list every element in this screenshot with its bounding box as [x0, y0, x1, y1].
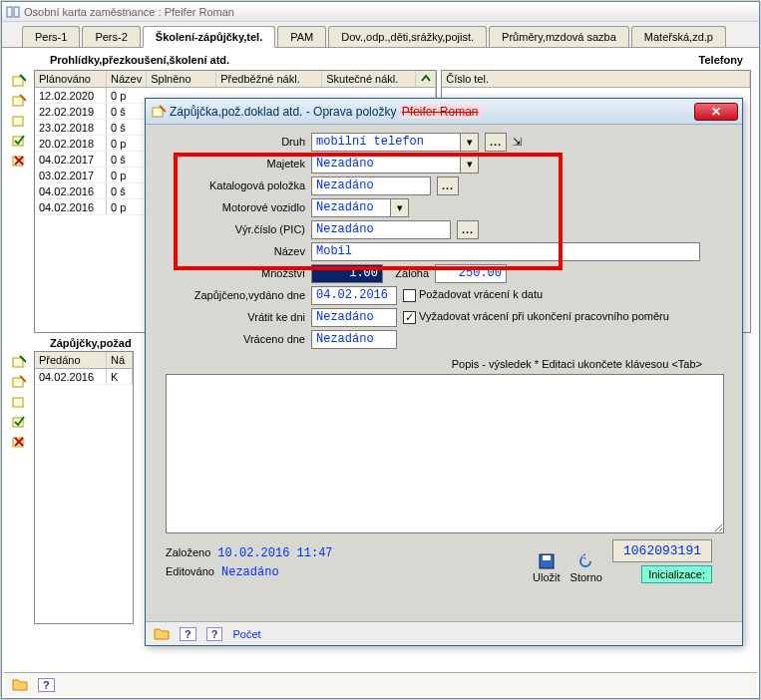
table-row[interactable]: 04.02.2016K	[35, 369, 133, 385]
tab-materska[interactable]: Mateřská,zd.p	[631, 26, 726, 47]
lookup-button[interactable]: ...	[457, 220, 479, 239]
label-editovano: Editováno	[166, 565, 214, 577]
katalog-input[interactable]	[311, 176, 431, 195]
main-titlebar: Osobní karta zaměstnance : Pfeifer Roman	[2, 2, 759, 22]
popis-textarea[interactable]	[166, 374, 724, 533]
col-planovano[interactable]: Plánováno	[35, 71, 107, 87]
label-majetek: Majetek	[156, 158, 305, 170]
col-predbezne[interactable]: Předběžné nákl.	[216, 71, 322, 87]
dialog-zapujcka: Zápůjčka,pož.doklad atd. - Oprava položk…	[145, 98, 743, 646]
pocet-label: Počet	[232, 628, 260, 640]
subheader-left: Prohlídky,přezkoušení,školení atd.	[50, 54, 229, 66]
delete-icon[interactable]	[10, 152, 28, 170]
label-zapujceno: Zapůjčeno,vydáno dne	[156, 289, 305, 301]
chevron-down-icon[interactable]: ▾	[461, 155, 479, 174]
vratit-input[interactable]	[311, 308, 397, 327]
label-mnozstvi: Množství	[156, 267, 305, 279]
main-statusbar: ?	[4, 672, 757, 696]
add-icon[interactable]	[10, 72, 28, 90]
col-nazev[interactable]: Název	[107, 71, 147, 87]
col-nazev2[interactable]: Ná	[107, 352, 133, 368]
label-vratit: Vrátit ke dni	[156, 311, 305, 323]
svg-rect-7	[13, 358, 23, 367]
desc-label: Popis - výsledek * Editaci ukončete kláv…	[156, 358, 722, 370]
svg-rect-8	[13, 378, 23, 387]
dialog-titlebar[interactable]: Zápůjčka,pož.doklad atd. - Oprava položk…	[146, 99, 742, 125]
tab-pam[interactable]: PAM	[277, 26, 326, 47]
chevron-down-icon[interactable]: ▾	[461, 133, 479, 152]
check-icon[interactable]	[10, 132, 28, 150]
folder-icon[interactable]	[12, 677, 28, 693]
lookup-button[interactable]: ...	[437, 176, 459, 195]
subheader-right: Telefony	[699, 54, 743, 66]
lookup-button[interactable]: ...	[485, 133, 507, 152]
col-cislo-tel[interactable]: Číslo tel.	[442, 71, 750, 87]
zapujceno-input[interactable]	[311, 286, 397, 305]
label-zalozeno: Založeno	[166, 546, 210, 558]
dialog-statusbar: ? ? Počet	[146, 621, 742, 645]
svg-rect-3	[13, 97, 23, 106]
grid2-toolbar	[10, 351, 30, 624]
poz-checkbox[interactable]	[403, 289, 416, 302]
nazev-input[interactable]	[311, 242, 700, 261]
window-title: Osobní karta zaměstnance : Pfeifer Roman	[24, 6, 234, 18]
chevron-down-icon[interactable]: ▾	[391, 198, 409, 217]
dialog-icon	[152, 105, 166, 119]
help-icon[interactable]: ?	[38, 678, 55, 692]
svg-rect-2	[13, 77, 23, 86]
grid1-toolbar	[10, 70, 30, 333]
majetek-input[interactable]	[311, 155, 461, 174]
help-icon[interactable]: ?	[180, 627, 196, 641]
edit-icon[interactable]	[10, 92, 28, 110]
vraceno-input[interactable]	[311, 330, 397, 349]
svg-rect-4	[13, 117, 23, 126]
motor-input[interactable]	[311, 198, 391, 217]
app-icon	[6, 5, 20, 19]
label-katalog: Katalogová položka	[156, 179, 305, 191]
col-skutecne[interactable]: Skutečné nákl.	[322, 71, 416, 87]
pic-input[interactable]	[311, 220, 451, 239]
close-button[interactable]: ✕	[694, 103, 738, 121]
tab-dov[interactable]: Dov.,odp.,děti,srážky,pojist.	[328, 26, 487, 47]
folder-icon[interactable]	[154, 626, 170, 642]
label-poz: Požadovat vrácení k datu	[419, 288, 543, 300]
col-predano[interactable]: Předáno	[35, 352, 107, 368]
druh-input[interactable]	[311, 133, 461, 152]
label-nazev: Název	[156, 245, 305, 257]
delete-icon[interactable]	[10, 433, 28, 451]
svg-rect-0	[7, 7, 12, 17]
storno-button[interactable]: Storno	[571, 552, 602, 583]
copy-icon[interactable]	[10, 393, 28, 411]
vyz-checkbox[interactable]: ✓	[403, 311, 416, 324]
tab-prumery[interactable]: Průměry,mzdová sazba	[489, 26, 629, 47]
expand-icon[interactable]: ⇲	[513, 136, 522, 149]
ulozit-button[interactable]: Uložit	[533, 552, 561, 583]
tabs-row: Pers-1 Pers-2 Školení-zápůjčky,tel. PAM …	[2, 22, 759, 48]
label-pic: Výr.číslo (PIC)	[156, 223, 305, 235]
col-action[interactable]	[416, 71, 436, 87]
mnozstvi-input[interactable]	[311, 264, 383, 283]
edit-icon[interactable]	[10, 373, 28, 391]
svg-rect-14	[543, 555, 551, 560]
tab-pers-1[interactable]: Pers-1	[22, 26, 80, 47]
label-motor: Motorové vozidlo	[156, 201, 305, 213]
label-zaloha: Záloha	[389, 267, 429, 279]
check-icon[interactable]	[10, 413, 28, 431]
inicializace-button[interactable]: Inicializace:	[641, 565, 712, 583]
add-icon[interactable]	[10, 353, 28, 371]
tab-skoleni[interactable]: Školení-zápůjčky,tel.	[143, 26, 275, 48]
help2-icon[interactable]: ?	[206, 627, 223, 641]
copy-icon[interactable]	[10, 112, 28, 130]
zaloha-input[interactable]	[435, 264, 507, 283]
svg-rect-12	[153, 108, 163, 117]
grid-zapujcky[interactable]: Předáno Ná 04.02.2016K	[34, 351, 134, 624]
tab-pers-2[interactable]: Pers-2	[82, 26, 140, 47]
zalozeno-value: 10.02.2016 11:47	[213, 545, 336, 564]
col-splneno[interactable]: Splněno	[147, 71, 216, 87]
subheader: Prohlídky,přezkoušení,školení atd. Telef…	[2, 48, 759, 70]
undo-icon	[577, 552, 595, 570]
label-vraceno: Vráceno dne	[156, 333, 305, 345]
save-icon	[538, 552, 556, 570]
label-druh: Druh	[156, 136, 305, 148]
record-number: 1062093191	[612, 539, 712, 562]
